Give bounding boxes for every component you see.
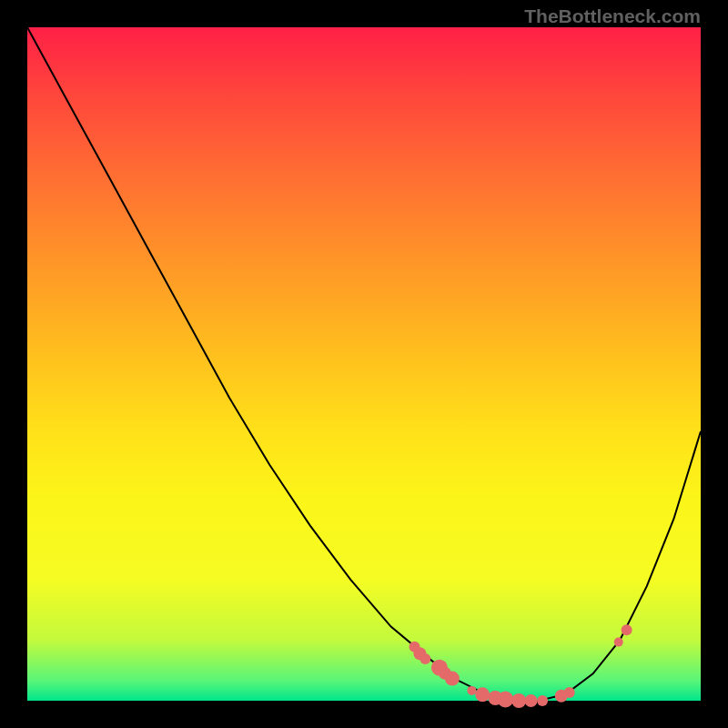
data-point xyxy=(614,638,623,647)
data-point xyxy=(537,695,548,706)
data-point xyxy=(420,653,430,664)
data-point xyxy=(467,686,476,695)
chart-container: TheBottleneck.com xyxy=(0,0,728,728)
data-point xyxy=(497,692,513,708)
data-point xyxy=(511,693,526,708)
data-point xyxy=(622,624,632,635)
data-point xyxy=(445,672,460,686)
watermark-text: TheBottleneck.com xyxy=(524,5,701,27)
data-point xyxy=(475,687,490,702)
chart-svg xyxy=(27,27,701,701)
data-point xyxy=(525,694,538,707)
bottleneck-curve xyxy=(27,27,701,701)
data-point xyxy=(564,687,575,698)
